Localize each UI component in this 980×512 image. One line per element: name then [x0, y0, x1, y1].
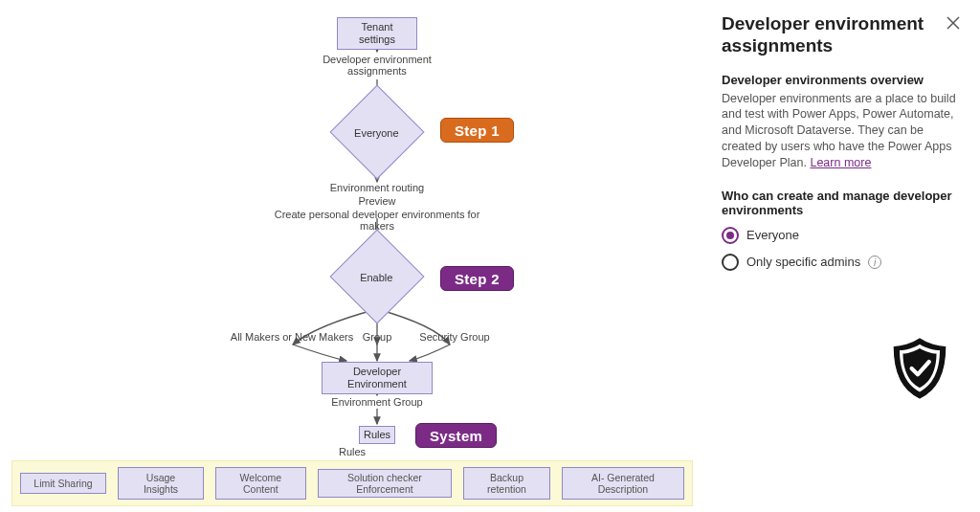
- edge-label-dev-env-assignments: Developer environment assignments: [316, 54, 438, 77]
- side-panel: Developer environment assignments Develo…: [712, 0, 980, 512]
- branch-label-group: Group: [358, 331, 396, 343]
- radio-option-everyone[interactable]: Everyone: [722, 227, 963, 244]
- diamond-label: Everyone: [344, 100, 409, 167]
- node-label: Rules: [364, 429, 390, 440]
- branch-label-all-makers: All Makers or New Makers: [230, 331, 354, 343]
- close-icon: [944, 13, 963, 33]
- label-text: Create personal developer environments f…: [275, 209, 480, 232]
- node-enable-diamond: Enable: [344, 243, 411, 310]
- edge-label-preview: Preview: [325, 195, 429, 207]
- label-text: Security Group: [419, 331, 489, 343]
- rules-band: Rules Limit Sharing Usage Insights Welco…: [11, 460, 693, 506]
- panel-title: Developer environment assignments: [722, 13, 936, 57]
- radio-icon: [722, 227, 739, 244]
- node-label: Tenant settings: [359, 21, 395, 45]
- rule-chip: Welcome Content: [215, 467, 306, 500]
- rule-chip: Solution checker Enforcement: [318, 469, 452, 498]
- callout-system: System: [415, 423, 497, 448]
- who-heading: Who can create and manage developer envi…: [722, 189, 963, 217]
- node-label: Developer Environment: [347, 366, 407, 390]
- edge-label-env-routing: Environment routing: [325, 182, 429, 193]
- branch-label-security-group: Security Group: [412, 331, 498, 343]
- radio-label: Only specific admins: [746, 255, 860, 269]
- label-text: Environment routing: [330, 182, 424, 193]
- edge-label-env-group: Environment Group: [327, 396, 427, 408]
- shield-icon: [886, 335, 953, 402]
- close-button[interactable]: [944, 13, 963, 33]
- flow-diagram: Tenant settings Developer environment as…: [0, 0, 708, 512]
- label-text: Environment Group: [331, 396, 422, 408]
- radio-icon: [722, 254, 739, 271]
- diamond-label: Enable: [344, 244, 409, 311]
- label-text: All Makers or New Makers: [231, 331, 353, 343]
- rule-chip: Usage Insights: [118, 467, 204, 500]
- overview-body: Developer environments are a place to bu…: [722, 91, 963, 171]
- label-text: Preview: [358, 195, 395, 207]
- radio-group: Everyone Only specific admins i: [722, 227, 963, 271]
- label-text: Developer environment assignments: [323, 54, 432, 77]
- callout-step-2: Step 2: [440, 266, 514, 291]
- rule-chip: AI- Generated Description: [562, 467, 684, 500]
- label-text: Group: [363, 331, 392, 343]
- info-icon[interactable]: i: [868, 256, 881, 269]
- radio-label: Everyone: [746, 228, 799, 242]
- radio-option-admins[interactable]: Only specific admins i: [722, 254, 963, 271]
- node-tenant-settings: Tenant settings: [337, 17, 417, 50]
- node-rules: Rules: [359, 426, 395, 444]
- callout-step-1: Step 1: [440, 118, 514, 143]
- node-everyone-diamond: Everyone: [344, 99, 411, 166]
- rules-row: Limit Sharing Usage Insights Welcome Con…: [12, 461, 692, 505]
- rule-chip: Limit Sharing: [20, 473, 106, 494]
- overview-heading: Developer environments overview: [722, 73, 963, 87]
- rules-title: Rules: [12, 446, 692, 457]
- node-developer-environment: Developer Environment: [322, 362, 433, 394]
- learn-more-link[interactable]: Learn more: [810, 156, 871, 169]
- rule-chip: Backup retention: [463, 467, 550, 500]
